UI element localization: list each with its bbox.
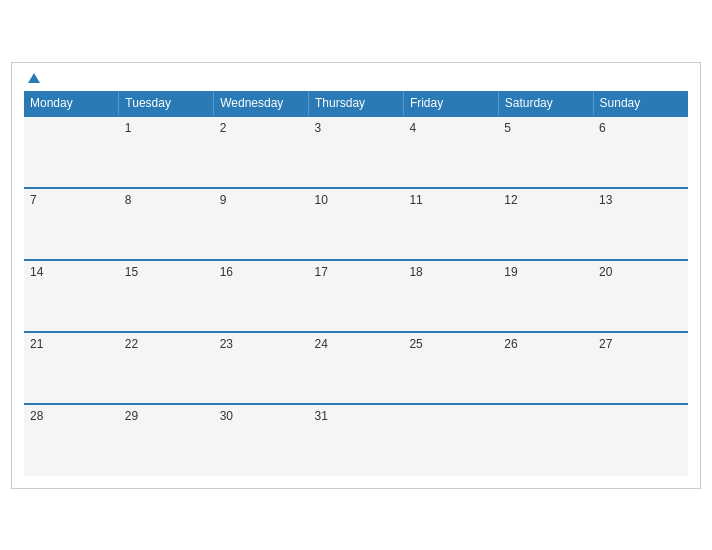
day-cell: 5 (498, 116, 593, 188)
week-row-2: 14151617181920 (24, 260, 688, 332)
day-number: 28 (30, 409, 43, 423)
day-cell: 24 (309, 332, 404, 404)
day-cell: 11 (403, 188, 498, 260)
day-number: 16 (220, 265, 233, 279)
day-cell: 4 (403, 116, 498, 188)
calendar-table: MondayTuesdayWednesdayThursdayFridaySatu… (24, 91, 688, 476)
day-cell: 27 (593, 332, 688, 404)
weekday-header-wednesday: Wednesday (214, 91, 309, 116)
weekday-header-saturday: Saturday (498, 91, 593, 116)
weekday-header-monday: Monday (24, 91, 119, 116)
day-cell (403, 404, 498, 476)
week-row-4: 28293031 (24, 404, 688, 476)
day-number: 22 (125, 337, 138, 351)
week-row-0: 123456 (24, 116, 688, 188)
day-cell (593, 404, 688, 476)
day-cell: 16 (214, 260, 309, 332)
day-number: 15 (125, 265, 138, 279)
day-number: 23 (220, 337, 233, 351)
day-cell: 17 (309, 260, 404, 332)
calendar: MondayTuesdayWednesdayThursdayFridaySatu… (11, 62, 701, 489)
day-number: 13 (599, 193, 612, 207)
day-number: 25 (409, 337, 422, 351)
day-cell: 28 (24, 404, 119, 476)
weekday-header-friday: Friday (403, 91, 498, 116)
day-number: 4 (409, 121, 416, 135)
day-cell: 3 (309, 116, 404, 188)
day-cell (498, 404, 593, 476)
day-number: 8 (125, 193, 132, 207)
logo-triangle-icon (28, 73, 40, 83)
day-cell: 1 (119, 116, 214, 188)
day-cell: 8 (119, 188, 214, 260)
weekday-header-thursday: Thursday (309, 91, 404, 116)
weekday-header-row: MondayTuesdayWednesdayThursdayFridaySatu… (24, 91, 688, 116)
day-number: 30 (220, 409, 233, 423)
calendar-header (24, 73, 688, 83)
day-cell: 13 (593, 188, 688, 260)
day-cell: 26 (498, 332, 593, 404)
day-cell: 6 (593, 116, 688, 188)
day-number: 29 (125, 409, 138, 423)
week-row-3: 21222324252627 (24, 332, 688, 404)
day-cell: 31 (309, 404, 404, 476)
day-number: 3 (315, 121, 322, 135)
day-number: 5 (504, 121, 511, 135)
day-cell: 10 (309, 188, 404, 260)
day-number: 6 (599, 121, 606, 135)
day-number: 17 (315, 265, 328, 279)
day-cell: 19 (498, 260, 593, 332)
day-cell: 15 (119, 260, 214, 332)
day-cell: 23 (214, 332, 309, 404)
day-cell: 22 (119, 332, 214, 404)
weekday-header-sunday: Sunday (593, 91, 688, 116)
day-cell (24, 116, 119, 188)
day-cell: 29 (119, 404, 214, 476)
day-number: 2 (220, 121, 227, 135)
day-cell: 21 (24, 332, 119, 404)
day-cell: 9 (214, 188, 309, 260)
day-cell: 20 (593, 260, 688, 332)
day-number: 20 (599, 265, 612, 279)
day-cell: 30 (214, 404, 309, 476)
logo (24, 73, 40, 83)
logo-blue-text (24, 73, 40, 83)
weekday-header-tuesday: Tuesday (119, 91, 214, 116)
day-number: 7 (30, 193, 37, 207)
day-number: 14 (30, 265, 43, 279)
day-number: 1 (125, 121, 132, 135)
day-cell: 2 (214, 116, 309, 188)
day-number: 26 (504, 337, 517, 351)
week-row-1: 78910111213 (24, 188, 688, 260)
day-cell: 25 (403, 332, 498, 404)
day-number: 19 (504, 265, 517, 279)
day-cell: 12 (498, 188, 593, 260)
day-number: 21 (30, 337, 43, 351)
day-number: 11 (409, 193, 422, 207)
day-number: 27 (599, 337, 612, 351)
day-number: 12 (504, 193, 517, 207)
day-number: 31 (315, 409, 328, 423)
day-number: 9 (220, 193, 227, 207)
day-number: 10 (315, 193, 328, 207)
day-cell: 14 (24, 260, 119, 332)
day-number: 18 (409, 265, 422, 279)
day-cell: 18 (403, 260, 498, 332)
day-cell: 7 (24, 188, 119, 260)
day-number: 24 (315, 337, 328, 351)
